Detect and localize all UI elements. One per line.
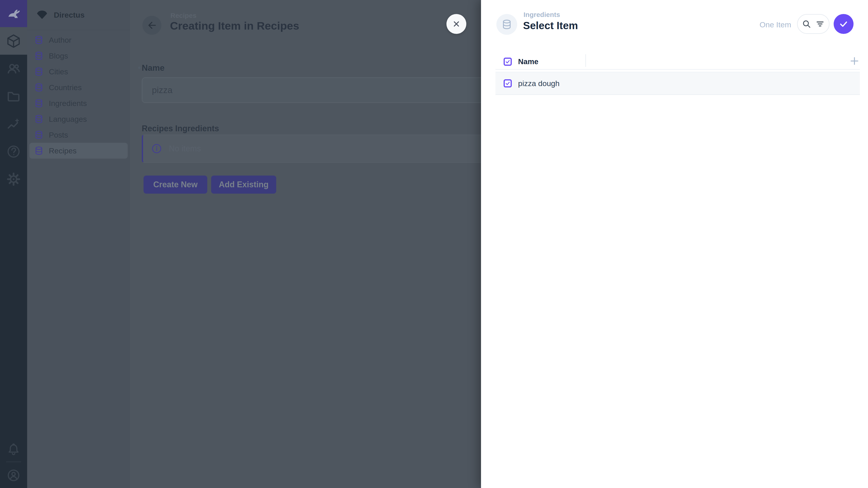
module-bar bbox=[0, 0, 27, 488]
sidebar-item-author[interactable]: Author bbox=[29, 32, 128, 48]
drawer-collection-label: Ingredients bbox=[524, 11, 560, 19]
sidebar-item-label: Blogs bbox=[49, 52, 68, 60]
close-icon bbox=[452, 20, 461, 28]
module-insights[interactable] bbox=[0, 110, 27, 138]
sidebar-item-label: Author bbox=[49, 36, 71, 44]
content-cube-icon bbox=[6, 34, 21, 48]
settings-gear-icon bbox=[6, 172, 21, 186]
table-row[interactable]: pizza dough bbox=[495, 72, 860, 95]
insights-chart-icon bbox=[6, 117, 21, 131]
database-icon bbox=[502, 19, 512, 30]
module-users[interactable] bbox=[0, 55, 27, 83]
sidebar-item-recipes[interactable]: Recipes bbox=[29, 143, 128, 159]
create-new-button[interactable]: Create New bbox=[144, 175, 207, 194]
sidebar-item-countries[interactable]: Countries bbox=[29, 79, 128, 95]
database-icon bbox=[34, 35, 43, 44]
module-files[interactable] bbox=[0, 83, 27, 110]
rabbit-logo-icon bbox=[5, 5, 22, 22]
module-help[interactable] bbox=[0, 138, 27, 165]
sidebar-item-label: Ingredients bbox=[49, 99, 87, 108]
table-header-underline bbox=[495, 69, 860, 70]
check-icon bbox=[839, 19, 848, 29]
row-checkbox[interactable] bbox=[504, 79, 512, 88]
project-wedge-icon bbox=[36, 10, 48, 20]
name-input[interactable] bbox=[142, 77, 503, 103]
breadcrumb[interactable]: Recipes bbox=[170, 12, 196, 20]
sidebar-item-posts[interactable]: Posts bbox=[29, 127, 128, 143]
help-icon bbox=[6, 144, 21, 159]
back-button[interactable] bbox=[143, 16, 161, 35]
table-header-row: Name bbox=[495, 54, 860, 69]
sidebar-item-ingredients[interactable]: Ingredients bbox=[29, 95, 128, 111]
module-settings[interactable] bbox=[0, 165, 27, 193]
collection-badge bbox=[496, 14, 517, 35]
column-divider bbox=[585, 54, 586, 67]
sidebar-item-label: Countries bbox=[49, 83, 82, 92]
column-header-name[interactable]: Name bbox=[518, 57, 538, 66]
module-content[interactable] bbox=[0, 27, 27, 55]
recipes-ingredients-label: Recipes Ingredients bbox=[142, 124, 219, 133]
project-header[interactable]: Directus bbox=[27, 0, 130, 30]
database-icon bbox=[34, 67, 43, 76]
info-icon bbox=[152, 144, 162, 154]
sidebar-item-label: Languages bbox=[49, 115, 87, 124]
database-icon bbox=[34, 146, 43, 155]
app-window: Directus Author Blogs bbox=[0, 0, 868, 488]
database-icon bbox=[34, 130, 43, 139]
drawer-title: Select Item bbox=[523, 20, 578, 32]
sidebar-item-label: Cities bbox=[49, 67, 68, 76]
sidebar-item-blogs[interactable]: Blogs bbox=[29, 48, 128, 64]
account-icon bbox=[6, 468, 21, 482]
database-icon bbox=[34, 83, 43, 92]
confirm-selection-button[interactable] bbox=[834, 14, 854, 34]
close-drawer-button[interactable] bbox=[446, 14, 466, 34]
database-icon bbox=[34, 51, 43, 60]
navigation-sidebar: Directus Author Blogs bbox=[27, 0, 130, 488]
arrow-left-icon bbox=[147, 20, 157, 30]
plus-icon bbox=[849, 56, 860, 66]
no-items-message: No items bbox=[169, 144, 201, 153]
select-item-drawer: Ingredients Select Item One Item bbox=[481, 0, 868, 488]
files-folder-icon bbox=[6, 90, 21, 103]
sidebar-item-label: Recipes bbox=[49, 147, 76, 155]
selection-count: One Item bbox=[760, 20, 791, 29]
select-all-checkbox[interactable] bbox=[504, 58, 512, 66]
search-filter-group bbox=[797, 14, 830, 34]
sidebar-item-languages[interactable]: Languages bbox=[29, 111, 128, 127]
required-dot bbox=[138, 67, 141, 69]
add-existing-button[interactable]: Add Existing bbox=[211, 175, 276, 194]
project-name: Directus bbox=[54, 11, 85, 20]
search-icon[interactable] bbox=[802, 19, 811, 29]
name-field-label: Name bbox=[142, 63, 164, 73]
notifications-bell-icon bbox=[7, 443, 20, 456]
notifications-button[interactable] bbox=[0, 437, 27, 462]
page-title: Creating Item in Recipes bbox=[170, 20, 299, 32]
relation-empty-panel: No items bbox=[142, 135, 503, 163]
users-icon bbox=[6, 62, 21, 76]
database-icon bbox=[34, 115, 43, 124]
row-item-name: pizza dough bbox=[518, 79, 559, 88]
main-content: Recipes Creating Item in Recipes Name Re… bbox=[130, 0, 483, 488]
database-icon bbox=[34, 99, 43, 108]
sidebar-item-cities[interactable]: Cities bbox=[29, 64, 128, 79]
filter-icon[interactable] bbox=[815, 19, 825, 29]
add-column-button[interactable] bbox=[848, 54, 861, 68]
module-bar-divider bbox=[6, 461, 21, 462]
account-button[interactable] bbox=[0, 463, 27, 488]
sidebar-item-label: Posts bbox=[49, 131, 68, 139]
directus-logo[interactable] bbox=[0, 0, 27, 27]
